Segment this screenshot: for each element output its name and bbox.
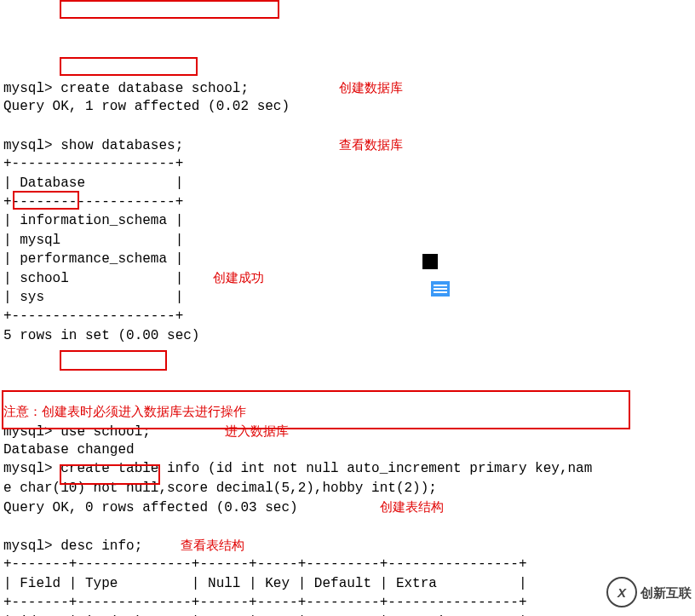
- line-create-db: mysql> create database school; 创建数据库: [3, 78, 692, 97]
- tbl2-row: | id | int(11) | NO | PRI | NULL | auto_…: [3, 613, 692, 617]
- prompt: mysql>: [3, 461, 53, 476]
- line-query-ok1: Query OK, 1 row affected (0.02 sec): [3, 97, 692, 116]
- prompt: mysql>: [3, 424, 53, 440]
- watermark-text: 创新互联: [640, 584, 692, 602]
- tbl-border: +--------------------+: [3, 154, 692, 173]
- anno-use-db: 进入数据库: [225, 423, 289, 438]
- box-create-db: [60, 0, 279, 19]
- tbl2-border: +-------+--------------+------+-----+---…: [3, 555, 692, 573]
- cmd-create-db: create database school;: [53, 81, 249, 96]
- line-create-table1: mysql> create table info (id int not nul…: [3, 459, 692, 478]
- cmd-create-table1: create table info (id int not null auto_…: [53, 461, 593, 476]
- cmd-desc-info: desc info;: [53, 538, 143, 554]
- line-use-school: mysql> use school; 进入数据库: [3, 422, 692, 440]
- tbl2-header: | Field | Type | Null | Key | Default | …: [3, 574, 692, 593]
- prompt: mysql>: [3, 81, 53, 96]
- blank: [3, 364, 692, 383]
- anno-created-ok: 创建成功: [213, 270, 264, 285]
- anno-show-db: 查看数据库: [339, 137, 403, 152]
- blank: [3, 116, 692, 135]
- tbl-row: | information_schema |: [3, 211, 692, 230]
- tbl-row-school: | school | 创建成功: [3, 268, 692, 287]
- rows-count: 5 rows in set (0.00 sec): [3, 326, 692, 345]
- tbl-border: +--------------------+: [3, 307, 692, 325]
- cmd-show-db: show databases;: [53, 138, 184, 153]
- tbl-row: | sys |: [3, 288, 692, 307]
- cell-school: school: [20, 271, 69, 286]
- note-line: 注意：创建表时必须进入数据库去进行操作: [3, 402, 692, 421]
- blank: [3, 383, 692, 402]
- tbl2-border: +-------+--------------+------+-----+---…: [3, 593, 692, 612]
- black-square-icon: [422, 254, 438, 269]
- line-create-table2: e char(10) not null,score decimal(5,2),h…: [3, 479, 692, 498]
- line-desc-info: mysql> desc info; 查看表结构: [3, 536, 692, 555]
- prompt: mysql>: [3, 538, 53, 554]
- anno-create-table: 创建表结构: [380, 499, 444, 514]
- tbl-row: | performance_schema |: [3, 250, 692, 268]
- tbl-header: | Database |: [3, 174, 692, 193]
- blank: [3, 517, 692, 536]
- anno-desc: 查看表结构: [181, 538, 244, 552]
- line-query-ok2: Query OK, 0 rows affected (0.03 sec) 创建表…: [3, 498, 692, 516]
- tbl-border: +--------------------+: [3, 193, 692, 211]
- line-show-db: mysql> show databases; 查看数据库: [3, 135, 692, 154]
- blank: [3, 345, 692, 364]
- watermark: X 创新互联: [606, 577, 692, 607]
- note-text: 注意：创建表时必须进入数据库去进行操作: [3, 404, 246, 418]
- cmd-use-school: use school;: [53, 424, 151, 440]
- prompt: mysql>: [3, 138, 53, 153]
- menu-icon[interactable]: [431, 281, 450, 296]
- db-changed: Database changed: [3, 440, 692, 459]
- watermark-logo-icon: X: [606, 577, 637, 607]
- tbl-row: | mysql |: [3, 231, 692, 250]
- box-show-db: [60, 57, 198, 76]
- anno-create-db: 创建数据库: [339, 80, 403, 95]
